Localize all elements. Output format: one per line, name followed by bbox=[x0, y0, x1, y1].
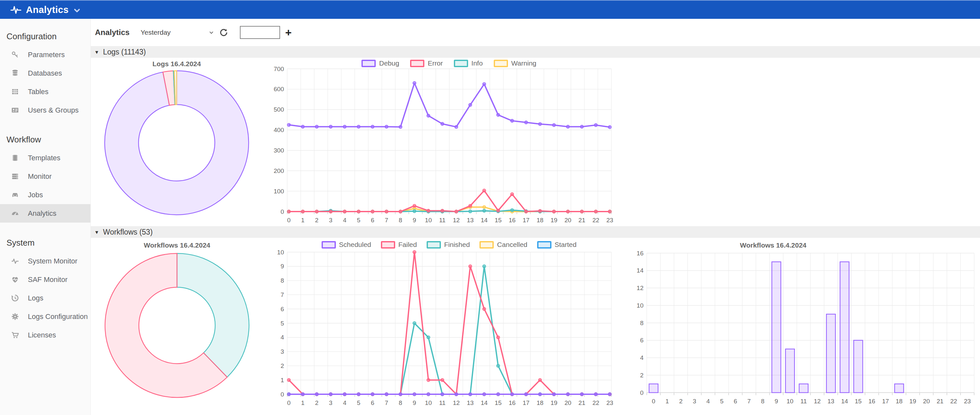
workflows-donut-title: Workflows 16.4.2024 bbox=[128, 241, 226, 249]
key-icon bbox=[10, 50, 20, 59]
sidebar-item-label: Tables bbox=[28, 88, 49, 96]
chevron-down-icon[interactable] bbox=[73, 6, 81, 15]
axis-tick-label: 21 bbox=[937, 398, 943, 405]
sidebar-item-system-monitor[interactable]: System Monitor bbox=[0, 252, 91, 270]
sidebar-item-label: System Monitor bbox=[28, 257, 78, 265]
axis-tick-label: 20 bbox=[565, 217, 571, 223]
axis-tick-label: 12 bbox=[453, 217, 460, 223]
axis-tick-label: 14 bbox=[637, 267, 644, 274]
axis-tick-label: 16 bbox=[869, 398, 875, 405]
sidebar-item-monitor[interactable]: Monitor bbox=[0, 167, 91, 185]
refresh-button[interactable] bbox=[219, 28, 228, 37]
axis-tick-label: 18 bbox=[536, 399, 543, 406]
sidebar-item-parameters[interactable]: Parameters bbox=[0, 45, 91, 64]
axis-tick-label: 23 bbox=[964, 398, 970, 405]
axis-tick-label: 3 bbox=[329, 217, 332, 223]
table-icon bbox=[10, 87, 20, 96]
axis-tick-label: 8 bbox=[640, 319, 643, 326]
axis-tick-label: 1 bbox=[301, 217, 305, 223]
axis-tick-label: 7 bbox=[385, 399, 388, 406]
sidebar-item-templates[interactable]: Templates bbox=[0, 148, 91, 167]
car-icon bbox=[10, 190, 20, 199]
axis-tick-label: 19 bbox=[550, 399, 557, 406]
axis-tick-label: 6 bbox=[733, 398, 737, 405]
sidebar-item-logs-configuration[interactable]: Logs Configuration bbox=[0, 307, 91, 326]
axis-tick-label: 1 bbox=[280, 377, 284, 383]
sidebar-section-system: System System Monitor SAF Monitor Logs bbox=[0, 223, 91, 344]
sidebar-heading-workflow: Workflow bbox=[0, 131, 91, 148]
axis-tick-label: 0 bbox=[287, 399, 291, 406]
axis-tick-label: 300 bbox=[274, 147, 284, 154]
logs-line-chart: 0100200300400500600700012345678910111213… bbox=[272, 63, 619, 231]
axis-tick-label: 3 bbox=[280, 348, 284, 355]
sidebar-item-label: Analytics bbox=[28, 209, 56, 218]
bar-series-workflows bbox=[649, 262, 904, 393]
axis-tick-label: 3 bbox=[693, 398, 696, 405]
axis-tick-label: 6 bbox=[280, 306, 284, 313]
sidebar-section-workflow: Workflow Templates Monitor Jobs bbox=[0, 120, 91, 223]
axis-tick-label: 9 bbox=[413, 399, 416, 406]
add-button[interactable]: + bbox=[285, 27, 292, 38]
select-chevron-icon bbox=[208, 29, 215, 36]
sidebar-item-label: Monitor bbox=[28, 172, 51, 181]
axis-tick-label: 23 bbox=[606, 217, 613, 223]
axis-tick-label: 21 bbox=[578, 217, 585, 223]
axis-tick-label: 700 bbox=[274, 65, 284, 72]
axis-tick-label: 10 bbox=[277, 249, 284, 256]
chip-icon bbox=[10, 153, 20, 162]
axis-tick-label: 15 bbox=[495, 399, 501, 406]
sidebar-item-saf-monitor[interactable]: SAF Monitor bbox=[0, 270, 91, 289]
period-select[interactable]: Yesterday bbox=[141, 29, 215, 36]
axis-tick-label: 20 bbox=[923, 398, 930, 405]
sidebar-item-label: Databases bbox=[28, 69, 62, 78]
axis-tick-label: 4 bbox=[343, 217, 347, 223]
axis-tick-label: 22 bbox=[950, 398, 957, 405]
axis-tick-label: 18 bbox=[536, 217, 543, 223]
sidebar-item-licenses[interactable]: Licenses bbox=[0, 326, 91, 344]
sidebar-item-logs[interactable]: Logs bbox=[0, 289, 91, 307]
sidebar-item-databases[interactable]: Databases bbox=[0, 64, 91, 82]
axis-tick-label: 12 bbox=[814, 398, 821, 405]
collapse-icon: ▼ bbox=[94, 230, 99, 235]
sidebar-item-label: Parameters bbox=[28, 51, 65, 59]
axis-tick-label: 13 bbox=[467, 399, 474, 406]
axis-tick-label: 500 bbox=[274, 106, 284, 113]
logs-section-header[interactable]: ▼ Logs (11143) bbox=[91, 46, 980, 58]
workflows-section: Workflows 16.4.2024 ScheduledFailedFinis… bbox=[91, 238, 980, 415]
axis-tick-label: 11 bbox=[439, 217, 446, 223]
sidebar-item-users-groups[interactable]: Users & Groups bbox=[0, 101, 91, 120]
axis-tick-label: 3 bbox=[329, 399, 332, 406]
sidebar-item-tables[interactable]: Tables bbox=[0, 82, 91, 101]
axis-tick-label: 2 bbox=[315, 217, 319, 223]
axis-tick-label: 15 bbox=[495, 217, 501, 223]
sidebar-item-analytics[interactable]: Analytics bbox=[0, 204, 91, 223]
period-select-value: Yesterday bbox=[141, 29, 171, 36]
axis-tick-label: 6 bbox=[371, 217, 374, 223]
axis-tick-label: 0 bbox=[280, 208, 284, 215]
axis-tick-label: 6 bbox=[640, 337, 643, 344]
axis-tick-label: 22 bbox=[592, 217, 599, 223]
axis-tick-label: 12 bbox=[453, 399, 460, 406]
axis-tick-label: 13 bbox=[827, 398, 834, 405]
app-logo-pulse-icon bbox=[10, 4, 21, 15]
axis-tick-label: 100 bbox=[274, 188, 284, 195]
axis-tick-label: 2 bbox=[315, 399, 319, 406]
axis-tick-label: 6 bbox=[371, 399, 374, 406]
sidebar-item-jobs[interactable]: Jobs bbox=[0, 185, 91, 204]
axis-tick-label: 0 bbox=[280, 391, 284, 398]
axis-tick-label: 11 bbox=[439, 399, 446, 406]
axis-tick-label: 7 bbox=[747, 398, 751, 405]
workflows-bar-chart: 0246810121416012345678910111213141516171… bbox=[629, 246, 979, 409]
pulse-icon bbox=[10, 257, 20, 265]
axis-tick-label: 400 bbox=[274, 126, 284, 133]
sidebar: Configuration Parameters Databases Table… bbox=[0, 19, 91, 415]
axis-tick-label: 11 bbox=[800, 398, 807, 405]
axis-tick-label: 15 bbox=[855, 398, 862, 405]
axis-tick-label: 12 bbox=[637, 284, 643, 291]
axis-tick-label: 17 bbox=[882, 398, 889, 405]
axis-tick-label: 5 bbox=[280, 320, 284, 327]
search-input[interactable] bbox=[240, 26, 280, 39]
axis-tick-label: 8 bbox=[761, 398, 764, 405]
cart-icon bbox=[10, 330, 20, 339]
axis-tick-label: 14 bbox=[481, 399, 488, 406]
